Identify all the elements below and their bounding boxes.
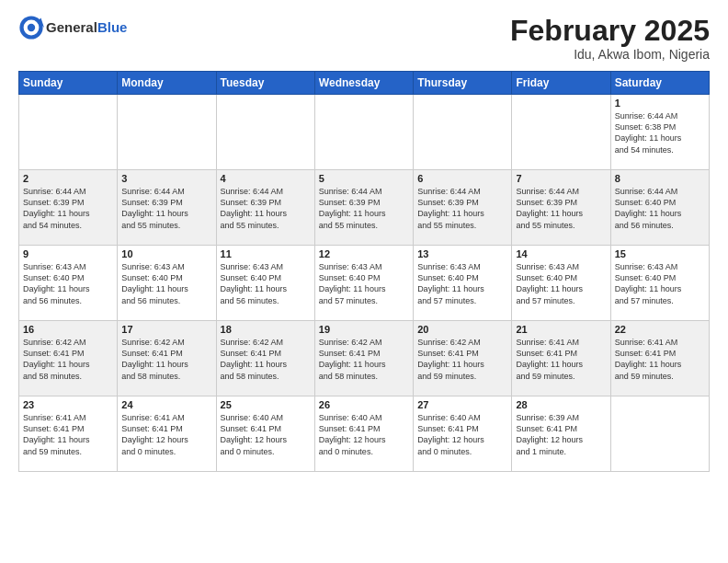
- day-info: Sunrise: 6:39 AM Sunset: 6:41 PM Dayligh…: [516, 412, 606, 457]
- day-info: Sunrise: 6:40 AM Sunset: 6:41 PM Dayligh…: [319, 412, 409, 457]
- logo-general: General: [46, 19, 97, 35]
- day-number: 2: [23, 173, 113, 184]
- calendar-cell: 1Sunrise: 6:44 AM Sunset: 6:38 PM Daylig…: [610, 95, 709, 170]
- day-number: 20: [417, 324, 507, 335]
- day-number: 13: [417, 248, 507, 259]
- day-info: Sunrise: 6:42 AM Sunset: 6:41 PM Dayligh…: [417, 337, 507, 382]
- calendar-cell: [314, 95, 413, 170]
- day-number: 16: [23, 324, 113, 335]
- day-number: 12: [319, 248, 409, 259]
- day-number: 28: [516, 399, 606, 410]
- day-info: Sunrise: 6:40 AM Sunset: 6:41 PM Dayligh…: [221, 412, 311, 457]
- calendar-cell: [216, 95, 314, 170]
- calendar-cell: [118, 95, 216, 170]
- day-number: 14: [516, 248, 606, 259]
- day-number: 1: [615, 98, 705, 109]
- calendar-cell: 11Sunrise: 6:43 AM Sunset: 6:40 PM Dayli…: [216, 246, 314, 321]
- calendar-cell: 4Sunrise: 6:44 AM Sunset: 6:39 PM Daylig…: [216, 170, 314, 246]
- logo: GeneralBlue: [18, 15, 127, 40]
- calendar-cell: 15Sunrise: 6:43 AM Sunset: 6:40 PM Dayli…: [610, 246, 709, 321]
- calendar-cell: 21Sunrise: 6:41 AM Sunset: 6:41 PM Dayli…: [512, 321, 610, 396]
- day-info: Sunrise: 6:42 AM Sunset: 6:41 PM Dayligh…: [121, 337, 211, 382]
- day-number: 5: [319, 173, 409, 184]
- day-number: 21: [516, 324, 606, 335]
- day-number: 7: [516, 173, 606, 184]
- day-number: 27: [417, 399, 507, 410]
- calendar-cell: [610, 396, 709, 472]
- calendar-header-row: SundayMondayTuesdayWednesdayThursdayFrid…: [19, 72, 710, 95]
- calendar-cell: [19, 95, 118, 170]
- calendar-week-row: 9Sunrise: 6:43 AM Sunset: 6:40 PM Daylig…: [19, 246, 710, 321]
- calendar-cell: 10Sunrise: 6:43 AM Sunset: 6:40 PM Dayli…: [118, 246, 216, 321]
- day-number: 17: [121, 324, 211, 335]
- day-number: 11: [221, 248, 311, 259]
- day-info: Sunrise: 6:44 AM Sunset: 6:40 PM Dayligh…: [615, 186, 705, 231]
- day-info: Sunrise: 6:42 AM Sunset: 6:41 PM Dayligh…: [319, 337, 409, 382]
- calendar-cell: 25Sunrise: 6:40 AM Sunset: 6:41 PM Dayli…: [216, 396, 314, 472]
- day-info: Sunrise: 6:43 AM Sunset: 6:40 PM Dayligh…: [23, 261, 113, 306]
- calendar-week-row: 2Sunrise: 6:44 AM Sunset: 6:39 PM Daylig…: [19, 170, 710, 246]
- calendar-cell: 28Sunrise: 6:39 AM Sunset: 6:41 PM Dayli…: [512, 396, 610, 472]
- calendar-table: SundayMondayTuesdayWednesdayThursdayFrid…: [18, 71, 710, 472]
- day-info: Sunrise: 6:41 AM Sunset: 6:41 PM Dayligh…: [23, 412, 113, 457]
- calendar-cell: 26Sunrise: 6:40 AM Sunset: 6:41 PM Dayli…: [314, 396, 413, 472]
- month-title: February 2025: [510, 15, 710, 47]
- calendar-cell: 9Sunrise: 6:43 AM Sunset: 6:40 PM Daylig…: [19, 246, 118, 321]
- calendar-header-tuesday: Tuesday: [216, 72, 314, 95]
- calendar-cell: 6Sunrise: 6:44 AM Sunset: 6:39 PM Daylig…: [414, 170, 512, 246]
- calendar-cell: 23Sunrise: 6:41 AM Sunset: 6:41 PM Dayli…: [19, 396, 118, 472]
- calendar-cell: 3Sunrise: 6:44 AM Sunset: 6:39 PM Daylig…: [118, 170, 216, 246]
- day-info: Sunrise: 6:43 AM Sunset: 6:40 PM Dayligh…: [121, 261, 211, 306]
- calendar-cell: 27Sunrise: 6:40 AM Sunset: 6:41 PM Dayli…: [414, 396, 512, 472]
- day-number: 26: [319, 399, 409, 410]
- location: Idu, Akwa Ibom, Nigeria: [510, 47, 710, 62]
- svg-point-2: [28, 24, 35, 31]
- day-info: Sunrise: 6:41 AM Sunset: 6:41 PM Dayligh…: [516, 337, 606, 382]
- calendar-cell: 17Sunrise: 6:42 AM Sunset: 6:41 PM Dayli…: [118, 321, 216, 396]
- day-number: 9: [23, 248, 113, 259]
- day-info: Sunrise: 6:42 AM Sunset: 6:41 PM Dayligh…: [23, 337, 113, 382]
- calendar-cell: 20Sunrise: 6:42 AM Sunset: 6:41 PM Dayli…: [414, 321, 512, 396]
- calendar-cell: [414, 95, 512, 170]
- page: GeneralBlue February 2025 Idu, Akwa Ibom…: [0, 0, 728, 563]
- day-number: 22: [615, 324, 705, 335]
- calendar-header-monday: Monday: [118, 72, 216, 95]
- day-number: 6: [417, 173, 507, 184]
- day-number: 4: [221, 173, 311, 184]
- calendar-cell: 14Sunrise: 6:43 AM Sunset: 6:40 PM Dayli…: [512, 246, 610, 321]
- calendar-cell: 12Sunrise: 6:43 AM Sunset: 6:40 PM Dayli…: [314, 246, 413, 321]
- day-number: 8: [615, 173, 705, 184]
- day-info: Sunrise: 6:44 AM Sunset: 6:39 PM Dayligh…: [516, 186, 606, 231]
- day-info: Sunrise: 6:41 AM Sunset: 6:41 PM Dayligh…: [615, 337, 705, 382]
- calendar-cell: 2Sunrise: 6:44 AM Sunset: 6:39 PM Daylig…: [19, 170, 118, 246]
- calendar-cell: 16Sunrise: 6:42 AM Sunset: 6:41 PM Dayli…: [19, 321, 118, 396]
- calendar-header-thursday: Thursday: [414, 72, 512, 95]
- day-number: 3: [121, 173, 211, 184]
- day-info: Sunrise: 6:43 AM Sunset: 6:40 PM Dayligh…: [615, 261, 705, 306]
- calendar-cell: 24Sunrise: 6:41 AM Sunset: 6:41 PM Dayli…: [118, 396, 216, 472]
- day-info: Sunrise: 6:44 AM Sunset: 6:38 PM Dayligh…: [615, 110, 705, 155]
- calendar-cell: 7Sunrise: 6:44 AM Sunset: 6:39 PM Daylig…: [512, 170, 610, 246]
- calendar-week-row: 16Sunrise: 6:42 AM Sunset: 6:41 PM Dayli…: [19, 321, 710, 396]
- calendar-header-sunday: Sunday: [19, 72, 118, 95]
- calendar-cell: 13Sunrise: 6:43 AM Sunset: 6:40 PM Dayli…: [414, 246, 512, 321]
- logo-blue: Blue: [97, 19, 128, 35]
- day-info: Sunrise: 6:43 AM Sunset: 6:40 PM Dayligh…: [417, 261, 507, 306]
- calendar-cell: 18Sunrise: 6:42 AM Sunset: 6:41 PM Dayli…: [216, 321, 314, 396]
- calendar-cell: 5Sunrise: 6:44 AM Sunset: 6:39 PM Daylig…: [314, 170, 413, 246]
- day-info: Sunrise: 6:40 AM Sunset: 6:41 PM Dayligh…: [417, 412, 507, 457]
- calendar-header-saturday: Saturday: [610, 72, 709, 95]
- day-info: Sunrise: 6:44 AM Sunset: 6:39 PM Dayligh…: [23, 186, 113, 231]
- day-number: 18: [221, 324, 311, 335]
- day-info: Sunrise: 6:43 AM Sunset: 6:40 PM Dayligh…: [516, 261, 606, 306]
- calendar-header-friday: Friday: [512, 72, 610, 95]
- day-number: 24: [121, 399, 211, 410]
- logo-icon: [18, 15, 44, 40]
- day-info: Sunrise: 6:41 AM Sunset: 6:41 PM Dayligh…: [121, 412, 211, 457]
- header: GeneralBlue February 2025 Idu, Akwa Ibom…: [18, 15, 710, 62]
- day-info: Sunrise: 6:44 AM Sunset: 6:39 PM Dayligh…: [221, 186, 311, 231]
- calendar-cell: 19Sunrise: 6:42 AM Sunset: 6:41 PM Dayli…: [314, 321, 413, 396]
- day-info: Sunrise: 6:42 AM Sunset: 6:41 PM Dayligh…: [221, 337, 311, 382]
- day-number: 19: [319, 324, 409, 335]
- day-info: Sunrise: 6:44 AM Sunset: 6:39 PM Dayligh…: [319, 186, 409, 231]
